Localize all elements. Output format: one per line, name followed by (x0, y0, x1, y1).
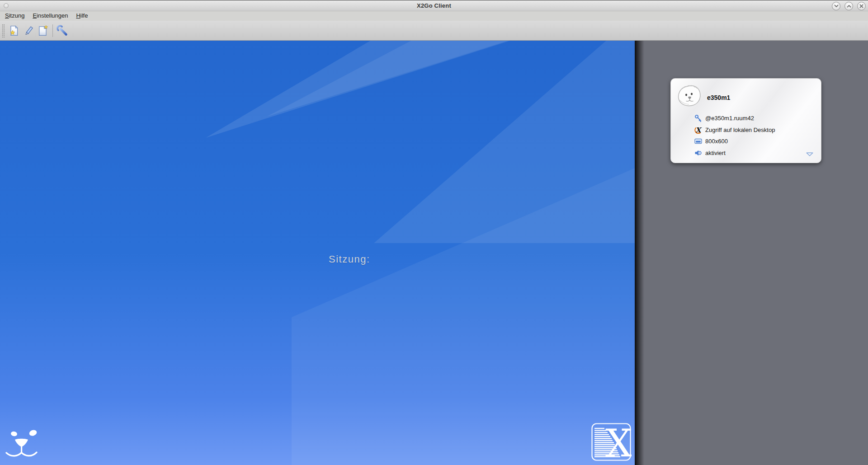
xorg-icon: X (694, 126, 703, 134)
settings-icon (57, 25, 68, 37)
toolbar-separator (52, 24, 53, 37)
window-title: X2Go Client (0, 2, 868, 9)
x2go-logo: X (591, 423, 632, 461)
window-controls (832, 2, 866, 10)
new-session-button[interactable] (7, 23, 21, 38)
edit-session-button[interactable] (21, 23, 36, 38)
session-manager-icon (37, 25, 49, 37)
session-panel: e350m1 @e350m1.ruum42 (635, 41, 868, 465)
minimize-button[interactable] (832, 2, 840, 10)
menu-einstellungen[interactable]: Einstellungen (28, 12, 72, 20)
mascot-face (0, 420, 45, 465)
session-label: Sitzung: (329, 254, 370, 265)
wallpaper (0, 41, 635, 465)
session-user: @e350m1.ruum42 (705, 115, 754, 122)
toolbar-drag-handle[interactable] (2, 24, 5, 38)
session-details: @e350m1.ruum42 X Zugriff auf lokalen Des… (694, 114, 775, 160)
key-icon (694, 114, 703, 122)
display-icon (694, 138, 703, 144)
toolbar (0, 21, 868, 41)
menu-sitzung[interactable]: Sitzung (1, 12, 28, 20)
session-type-row: X Zugriff auf lokalen Desktop (694, 126, 775, 134)
close-button[interactable] (857, 2, 866, 10)
session-geometry-row: 800x600 (694, 137, 775, 145)
edit-session-icon (23, 25, 34, 37)
desktop-area: Sitzung: (0, 41, 635, 465)
session-name: e350m1 (707, 94, 730, 101)
session-sound: aktiviert (705, 150, 726, 156)
close-icon (859, 4, 863, 8)
chevron-down-icon (834, 5, 839, 8)
session-sound-row: aktiviert (694, 149, 775, 157)
panel-shadow-edge (635, 41, 644, 465)
main-content: Sitzung: (0, 41, 868, 465)
svg-text:X: X (696, 126, 702, 134)
maximize-button[interactable] (844, 2, 853, 10)
titlebar: X2Go Client (0, 0, 868, 11)
session-geometry: 800x600 (705, 138, 728, 145)
session-type: Zugriff auf lokalen Desktop (705, 127, 775, 133)
sound-icon (694, 150, 703, 156)
menubar: Sitzung Einstellungen Hilfe (0, 11, 868, 21)
session-manager-button[interactable] (36, 23, 50, 38)
new-session-icon (8, 25, 20, 37)
session-user-row: @e350m1.ruum42 (694, 114, 775, 122)
window-menu-button[interactable] (4, 3, 9, 8)
x2go-client-window: X2Go Client Sitzung Einstellungen Hilfe (0, 0, 868, 465)
seal-icon (676, 83, 703, 108)
chevron-down-outline-icon (806, 152, 813, 156)
svg-text:X: X (605, 423, 632, 461)
menu-hilfe[interactable]: Hilfe (72, 12, 92, 20)
expand-session-button[interactable] (806, 150, 813, 158)
settings-button[interactable] (55, 23, 70, 38)
chevron-up-icon (847, 5, 851, 8)
session-card[interactable]: e350m1 @e350m1.ruum42 (670, 78, 821, 163)
